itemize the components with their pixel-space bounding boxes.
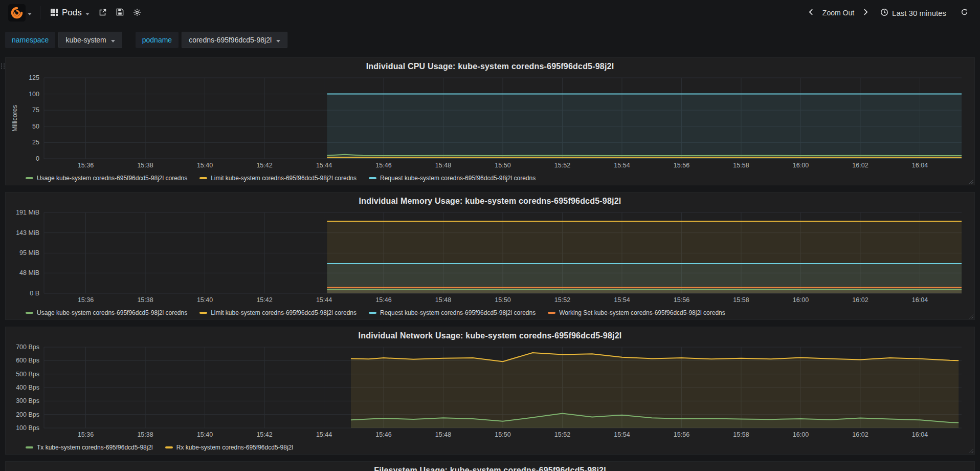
svg-text:95 MiB: 95 MiB: [19, 249, 39, 256]
save-button[interactable]: [112, 4, 128, 22]
legend-item[interactable]: Tx kube-system coredns-695f96dcd5-98j2l: [26, 444, 153, 451]
time-forward-button[interactable]: [859, 5, 873, 21]
legend-item[interactable]: Request kube-system coredns-695f96dcd5-9…: [369, 309, 536, 316]
panel-memory: Individual Memory Usage: kube-system cor…: [5, 192, 975, 320]
panel-title[interactable]: Filesystem Usage: kube-system coredns-69…: [10, 464, 970, 471]
svg-text:48 MiB: 48 MiB: [19, 269, 39, 276]
panel-title[interactable]: Individual Memory Usage: kube-system cor…: [10, 195, 970, 208]
legend-swatch: [199, 177, 207, 179]
svg-text:15:58: 15:58: [733, 431, 749, 438]
grafana-logo[interactable]: [5, 2, 35, 24]
svg-text:15:42: 15:42: [256, 296, 272, 304]
legend-item[interactable]: Limit kube-system coredns-695f96dcd5-98j…: [199, 175, 357, 182]
svg-text:700 Bps: 700 Bps: [16, 344, 39, 351]
svg-text:75: 75: [32, 106, 39, 114]
legend-item[interactable]: Usage kube-system coredns-695f96dcd5-98j…: [26, 175, 187, 182]
legend-label: Request kube-system coredns-695f96dcd5-9…: [380, 175, 536, 182]
svg-text:16:04: 16:04: [912, 296, 928, 304]
svg-text:300 Bps: 300 Bps: [16, 397, 39, 404]
svg-text:15:36: 15:36: [78, 431, 94, 438]
svg-text:16:00: 16:00: [793, 162, 809, 169]
apps-grid-icon: [50, 8, 58, 18]
svg-text:400 Bps: 400 Bps: [16, 384, 39, 391]
legend-swatch: [548, 312, 555, 314]
variable-namespace: namespace kube-system: [5, 32, 122, 48]
svg-text:15:46: 15:46: [375, 296, 391, 304]
legend-item[interactable]: Rx kube-system coredns-695f96dcd5-98j2l: [165, 444, 293, 451]
legend-label: Rx kube-system coredns-695f96dcd5-98j2l: [176, 444, 293, 451]
clock-icon: [880, 8, 888, 18]
namespace-select[interactable]: kube-system: [58, 32, 122, 48]
legend-swatch: [369, 177, 376, 179]
caret-down-icon: [111, 36, 115, 44]
svg-text:15:56: 15:56: [674, 431, 689, 438]
svg-text:15:40: 15:40: [197, 162, 213, 169]
legend-item[interactable]: Request kube-system coredns-695f96dcd5-9…: [369, 175, 536, 182]
svg-text:100 Bps: 100 Bps: [16, 424, 39, 432]
svg-text:16:02: 16:02: [852, 296, 868, 304]
divider: [40, 6, 40, 19]
cpu-graph[interactable]: 025507510012515:3615:3815:4015:4215:4415…: [10, 74, 970, 171]
svg-text:16:04: 16:04: [912, 162, 928, 169]
podname-value: coredns-695f96dcd5-98j2l: [189, 36, 272, 44]
svg-text:15:52: 15:52: [554, 162, 570, 169]
svg-text:15:48: 15:48: [435, 296, 451, 304]
share-button[interactable]: [94, 4, 112, 22]
svg-text:15:54: 15:54: [614, 431, 630, 438]
legend-item[interactable]: Usage kube-system coredns-695f96dcd5-98j…: [26, 309, 187, 316]
legend-label: Request kube-system coredns-695f96dcd5-9…: [380, 309, 536, 316]
svg-text:15:36: 15:36: [78, 162, 94, 169]
svg-text:50: 50: [32, 123, 39, 130]
svg-text:15:50: 15:50: [495, 296, 510, 304]
panel-title[interactable]: Individual CPU Usage: kube-system coredn…: [10, 60, 970, 74]
svg-text:15:50: 15:50: [495, 162, 510, 169]
legend-label: Limit kube-system coredns-695f96dcd5-98j…: [211, 175, 357, 182]
svg-text:15:40: 15:40: [197, 431, 213, 438]
legend-label: Usage kube-system coredns-695f96dcd5-98j…: [37, 309, 187, 316]
podname-select[interactable]: coredns-695f96dcd5-98j2l: [182, 32, 287, 48]
svg-text:15:38: 15:38: [137, 296, 153, 304]
legend: Tx kube-system coredns-695f96dcd5-98j2lR…: [26, 441, 970, 454]
legend-swatch: [165, 446, 173, 448]
legend-swatch: [26, 312, 33, 314]
network-graph[interactable]: 100 Bps200 Bps300 Bps400 Bps500 Bps600 B…: [10, 343, 970, 440]
time-back-button[interactable]: [804, 5, 818, 21]
svg-text:15:50: 15:50: [495, 431, 510, 438]
svg-text:15:52: 15:52: [554, 296, 570, 304]
legend-label: Working Set kube-system coredns-695f96dc…: [559, 309, 725, 316]
refresh-button[interactable]: [956, 4, 973, 22]
svg-text:15:48: 15:48: [435, 162, 451, 169]
time-range-button[interactable]: Last 30 minutes: [876, 4, 951, 22]
svg-text:15:52: 15:52: [554, 431, 570, 438]
zoom-out-button[interactable]: Zoom Out: [818, 5, 859, 21]
svg-text:0: 0: [36, 155, 39, 162]
variable-podname: podname coredns-695f96dcd5-98j2l: [136, 32, 287, 48]
legend-item[interactable]: Working Set kube-system coredns-695f96dc…: [548, 309, 725, 316]
panel-filesystem: Filesystem Usage: kube-system coredns-69…: [5, 461, 975, 471]
legend-swatch: [26, 446, 33, 448]
legend-item[interactable]: Limit kube-system coredns-695f96dcd5-98j…: [199, 309, 357, 316]
svg-text:200 Bps: 200 Bps: [16, 411, 39, 418]
dashboard-title: Pods: [62, 8, 82, 18]
svg-text:100: 100: [29, 91, 39, 98]
svg-text:500 Bps: 500 Bps: [16, 371, 39, 378]
memory-graph[interactable]: 0 B48 MiB95 MiB143 MiB191 MiB15:3615:381…: [10, 208, 970, 306]
panel-title[interactable]: Individual Network Usage: kube-system co…: [10, 330, 970, 343]
grafana-logo-icon: [8, 4, 26, 22]
chevron-left-icon: [809, 9, 813, 17]
dashboard-picker[interactable]: Pods: [46, 4, 94, 22]
svg-text:16:00: 16:00: [793, 296, 809, 304]
time-range-label: Last 30 minutes: [892, 9, 946, 17]
svg-text:15:56: 15:56: [674, 162, 689, 169]
svg-text:15:58: 15:58: [733, 296, 749, 304]
svg-text:Millicores: Millicores: [11, 105, 18, 132]
settings-button[interactable]: [128, 4, 146, 22]
row-drag-handle[interactable]: [1, 63, 5, 69]
svg-text:15:42: 15:42: [256, 431, 272, 438]
refresh-icon: [961, 8, 968, 17]
legend-swatch: [199, 312, 207, 314]
svg-text:16:04: 16:04: [912, 431, 928, 438]
svg-text:16:02: 16:02: [852, 162, 868, 169]
legend-label: Limit kube-system coredns-695f96dcd5-98j…: [211, 309, 357, 316]
svg-text:15:36: 15:36: [78, 296, 94, 304]
